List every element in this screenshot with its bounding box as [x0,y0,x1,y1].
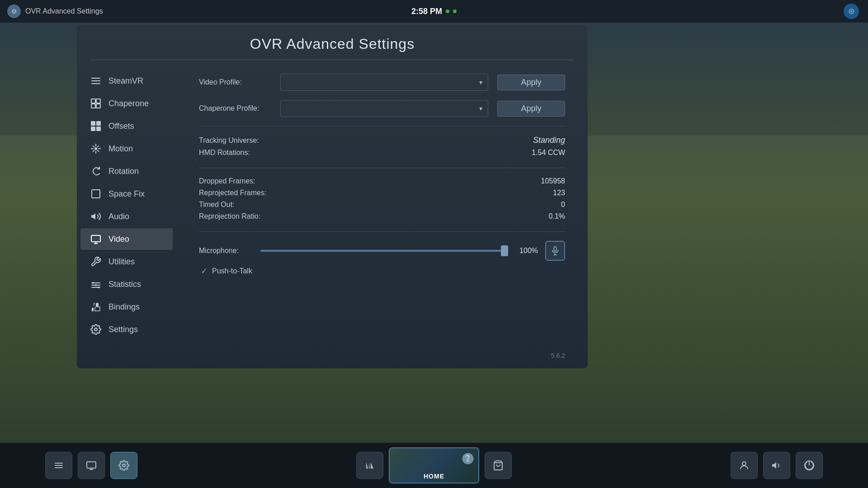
taskbar-menu-button[interactable] [45,452,72,479]
tracking-universe-label: Tracking Universe: [199,136,475,145]
microphone-section: Microphone: 100% [199,241,565,276]
microphone-slider-container[interactable] [260,246,508,255]
sidebar-label-bindings: Bindings [108,302,140,312]
video-profile-apply-button[interactable]: Apply [497,75,565,90]
divider-3 [199,231,565,232]
timed-out-label: Timed Out: [199,201,475,209]
chaperone-profile-dropdown[interactable]: ▾ [280,100,488,117]
push-to-talk-checkbox[interactable]: ✓ [201,266,208,276]
sidebar-item-settings[interactable]: Settings [80,319,173,340]
reprojection-ratio-label: Reprojection Ratio: [199,212,475,221]
taskbar-left [45,452,137,479]
video-profile-dropdown[interactable]: ▾ [280,74,488,91]
video-icon [90,233,102,245]
sidebar-label-spacefix: Space Fix [108,189,145,199]
svg-rect-6 [96,104,100,108]
version-display: 5.6.2 [551,352,565,359]
taskbar-power-button[interactable] [796,452,823,479]
timed-out-value: 0 [475,201,565,209]
panel-body: SteamVR Chaperone [77,60,588,368]
sidebar-item-chaperone[interactable]: Chaperone [80,93,173,114]
sidebar-item-steamvr[interactable]: SteamVR [80,70,173,92]
taskbar-advanced-button[interactable] [110,452,137,479]
hmd-rotations-value: 1.54 CCW [475,149,565,157]
svg-rect-12 [92,190,100,198]
panel-header: OVR Advanced Settings [90,25,574,60]
svg-point-22 [98,286,99,288]
sidebar-label-motion: Motion [108,144,133,154]
hmd-rotations-label: HMD Rotations: [199,149,475,157]
dropped-frames-row: Dropped Frames: 105958 [199,177,565,185]
taskbar-center: HOME [356,447,512,483]
taskbar: HOME [0,443,868,488]
svg-point-21 [95,284,97,286]
svg-rect-9 [91,127,95,131]
svg-rect-3 [91,99,95,103]
svg-point-33 [123,464,125,467]
frames-section: Dropped Frames: 105958 Reprojected Frame… [199,177,565,221]
chaperone-profile-label: Chaperone Profile: [199,104,271,113]
panel-title: OVR Advanced Settings [90,36,574,52]
sidebar-item-offsets[interactable]: Offsets [80,115,173,137]
spacefix-icon [90,188,102,200]
sidebar-item-audio[interactable]: Audio [80,206,173,227]
time-display: 2:58 PM [411,7,442,16]
sidebar: SteamVR Chaperone [77,60,176,368]
sidebar-item-statistics[interactable]: Statistics [80,273,173,295]
microphone-percent: 100% [515,247,538,255]
chaperone-profile-apply-button[interactable]: Apply [497,101,565,117]
divider-1 [199,126,565,127]
sidebar-item-video[interactable]: Video [80,228,173,250]
taskbar-home-button[interactable]: HOME [389,447,479,483]
sidebar-item-rotation[interactable]: Rotation [80,160,173,182]
taskbar-volume-button[interactable] [763,452,790,479]
svg-point-11 [94,147,97,150]
dropped-frames-label: Dropped Frames: [199,177,475,185]
video-profile-arrow: ▾ [479,79,482,86]
microphone-slider-track [260,250,508,252]
sidebar-label-chaperone: Chaperone [108,99,149,108]
steam-logo[interactable]: ⊛ [844,4,859,19]
sidebar-item-spacefix[interactable]: Space Fix [80,183,173,205]
svg-point-23 [94,328,97,331]
motion-icon [90,142,102,155]
sidebar-item-motion[interactable]: Motion [80,138,173,160]
status-dot [446,9,449,13]
push-to-talk-label: Push-to-Talk [212,267,252,275]
sidebar-label-audio: Audio [108,212,129,221]
svg-rect-8 [96,121,101,126]
sidebar-label-utilities: Utilities [108,257,135,267]
svg-rect-0 [91,78,100,79]
chaperone-profile-row: Chaperone Profile: ▾ Apply [199,100,565,117]
microphone-row: Microphone: 100% [199,241,565,261]
content-area: Video Profile: ▾ Apply Chaperone Profile… [176,60,588,368]
taskbar-overlay-button[interactable] [78,452,105,479]
svg-rect-30 [87,462,96,468]
svg-rect-10 [96,127,101,131]
taskbar-profile-button[interactable] [731,452,758,479]
bindings-icon [90,300,102,313]
app-icon: ⚙ [7,5,21,18]
microphone-slider-thumb[interactable] [501,245,508,256]
status-dot-2 [453,9,457,13]
chaperone-profile-arrow: ▾ [479,105,482,112]
hmd-rotations-row: HMD Rotations: 1.54 CCW [199,149,565,157]
svg-rect-2 [91,83,100,84]
svg-point-36 [742,462,746,465]
settings-icon [90,323,102,336]
sidebar-label-rotation: Rotation [108,167,139,176]
taskbar-store-button[interactable] [485,452,512,479]
statistics-icon [90,278,102,291]
svg-rect-7 [91,121,95,126]
microphone-slider-fill [260,250,508,252]
microphone-label: Microphone: [199,247,253,255]
reprojected-frames-value: 123 [475,189,565,197]
svg-rect-28 [55,465,63,466]
sidebar-item-utilities[interactable]: Utilities [80,251,173,272]
sidebar-item-bindings[interactable]: Bindings [80,296,173,318]
timed-out-row: Timed Out: 0 [199,201,565,209]
rotation-icon [90,165,102,178]
microphone-button[interactable] [545,241,565,261]
taskbar-library-button[interactable] [356,452,383,479]
svg-rect-1 [91,80,100,81]
